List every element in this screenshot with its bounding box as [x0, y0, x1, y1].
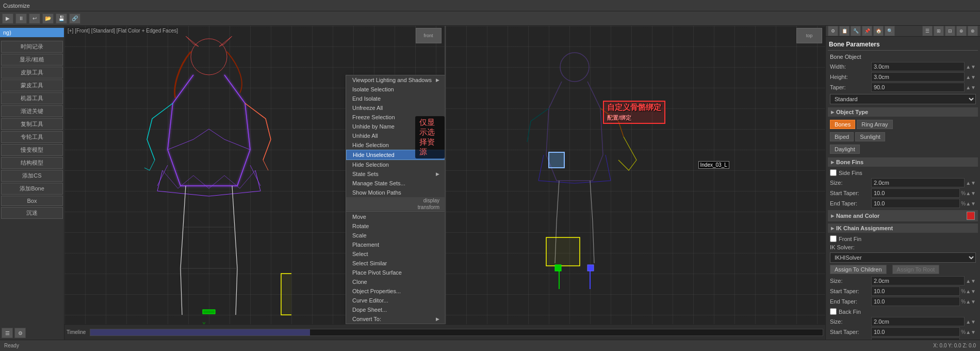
side-size-input[interactable] [871, 178, 965, 187]
width-input[interactable] [871, 62, 965, 71]
rp-btn-1[interactable]: ⚙ [828, 26, 838, 36]
obj-type-bones[interactable]: Bones [830, 120, 855, 129]
toolbar-btn-5[interactable]: 💾 [56, 13, 67, 24]
cn-sidebar-btn-machine[interactable]: 机器工具 [1, 92, 63, 104]
sidebar-bottom-btn1[interactable]: ☰ [2, 328, 13, 338]
bone-params: Bone Parameters Bone Object Width: ▲▼ He… [826, 37, 980, 340]
height-unit: ▲▼ [966, 74, 976, 80]
main-toolbar: ▶ ⏸ ↩ 📂 💾 🔗 [0, 11, 980, 26]
ctx-manage-state[interactable]: Manage State Sets... [346, 179, 446, 188]
front-end-input[interactable] [871, 297, 960, 306]
viewport-left[interactable]: [+] [Front] [Standard] [Flat Color + Edg… [64, 26, 446, 324]
toolbar-btn-6[interactable]: 🔗 [69, 13, 80, 24]
ctx-dope-sheet[interactable]: Dope Sheet... [346, 305, 446, 314]
side-start-taper-input[interactable] [871, 188, 960, 198]
cn-sidebar-btn-key[interactable]: 渐进关键 [1, 105, 63, 117]
obj-type-biped[interactable]: Biped [830, 132, 854, 141]
ctx-viewport-lighting[interactable]: Viewport Lighting and Shadows ▶ [346, 75, 446, 85]
ctx-curve-editor[interactable]: Curve Editor... [346, 296, 446, 305]
toolbar-btn-2[interactable]: ⏸ [15, 13, 27, 24]
obj-type-daylight[interactable]: Daylight [830, 145, 860, 154]
viewport-right[interactable]: top [446, 26, 826, 324]
cn-sidebar-btn-copy[interactable]: 复制工具 [1, 118, 63, 130]
toolbar-btn-1[interactable]: ▶ [2, 13, 13, 24]
ctx-isolate[interactable]: Isolate Selection [346, 85, 446, 94]
rp-btn-icon2[interactable]: ⊞ [934, 26, 944, 36]
param-row-height: Height: ▲▼ [828, 72, 978, 82]
timeline-bar[interactable] [90, 329, 823, 336]
timeline: Timeline [64, 324, 825, 340]
ctx-placement[interactable]: Placement [346, 240, 446, 249]
topbar: Customize [0, 0, 980, 11]
rp-btn-5[interactable]: 🏠 [873, 26, 884, 36]
cn-sidebar-btn-skin[interactable]: 皮肤工具 [1, 67, 63, 78]
assign-children-btn[interactable]: Assign To Children [830, 265, 887, 274]
back-fin-row: Back Fin [828, 307, 978, 316]
ctx-motion-paths[interactable]: Show Motion Paths [346, 188, 446, 197]
ctx-obj-props[interactable]: Object Properties... [346, 286, 446, 296]
ctx-select[interactable]: Select [346, 249, 446, 259]
svg-marker-1 [186, 36, 199, 46]
cn-sidebar-btn-box[interactable]: Box [1, 196, 63, 206]
ctx-move[interactable]: Move [346, 212, 446, 221]
cn-sidebar-btn-bone[interactable]: 添加Bone [1, 183, 63, 195]
svg-rect-21 [281, 274, 291, 315]
cn-sidebar-btn-slowmodel[interactable]: 慢变模型 [1, 144, 63, 156]
ctx-place-pivot[interactable]: Place Pivot Surface [346, 268, 446, 277]
side-fins-checkbox[interactable] [830, 169, 837, 176]
front-end-label: End Taper: [830, 298, 871, 305]
ctx-end-isolate[interactable]: End Isolate [346, 94, 446, 103]
cn-sidebar-btn-struct[interactable]: 结构模型 [1, 157, 63, 169]
ctx-scale[interactable]: Scale [346, 231, 446, 240]
toolbar-btn-4[interactable]: 📂 [42, 13, 54, 24]
cn-sidebar-btn-wheel[interactable]: 专轮工具 [1, 131, 63, 143]
cn-sidebar-btn-cs[interactable]: 添加CS [1, 170, 63, 182]
section-name-color: Name and Color [828, 210, 978, 221]
front-start-input[interactable] [871, 286, 960, 296]
ctx-hide-sel2[interactable]: Hide Selection [346, 160, 446, 169]
ctx-convert-to[interactable]: Convert To: ▶ [346, 314, 446, 324]
rp-btn-6[interactable]: 🔍 [885, 26, 895, 36]
front-start-row: Start Taper: %▲▼ [828, 286, 978, 296]
svg-line-6 [224, 139, 250, 150]
ctx-clone[interactable]: Clone [346, 277, 446, 286]
svg-line-11 [193, 176, 209, 188]
rp-btn-icon1[interactable]: ☰ [922, 26, 933, 36]
front-fin-checkbox[interactable] [830, 235, 837, 242]
cn-sidebar-btn-bind[interactable]: 蒙皮工具 [1, 79, 63, 91]
ctx-unfreeze[interactable]: Unfreeze All [346, 103, 446, 113]
taper-input[interactable] [871, 83, 965, 92]
height-input[interactable] [871, 72, 965, 82]
obj-type-sunlight[interactable]: Sunlight [855, 132, 885, 141]
back-size-input[interactable] [871, 317, 965, 326]
sidebar-item-active[interactable]: ng) [0, 28, 64, 37]
back-start-input[interactable] [871, 327, 960, 337]
rp-btn-icon5[interactable]: ⊗ [968, 26, 978, 36]
rp-btn-2[interactable]: 📋 [839, 26, 850, 36]
context-menu: Viewport Lighting and Shadows ▶ Isolate … [346, 75, 446, 324]
rp-btn-icon3[interactable]: ⊟ [945, 26, 955, 36]
side-end-taper-input[interactable] [871, 199, 960, 208]
assign-root-btn[interactable]: Assign To Root [892, 265, 940, 274]
ik-solver-dropdown[interactable]: IKHISolver [830, 252, 976, 263]
cn-sidebar-btn-time[interactable]: 时间记录 [1, 41, 63, 53]
side-end-taper-row: End Taper: %▲▼ [828, 199, 978, 208]
ctx-rotate[interactable]: Rotate [346, 221, 446, 231]
cn-sidebar-btn-sink[interactable]: 沉迷 [1, 207, 63, 219]
rp-btn-icon4[interactable]: ⊕ [956, 26, 967, 36]
rp-btn-3[interactable]: 🔧 [851, 26, 861, 36]
svg-line-8 [250, 165, 260, 186]
cn-sidebar-btn-display[interactable]: 显示/粗糙 [1, 54, 63, 66]
rp-btn-4[interactable]: 📌 [862, 26, 872, 36]
back-fin-checkbox[interactable] [830, 308, 837, 315]
toolbar-btn-3[interactable]: ↩ [29, 13, 40, 24]
ctx-state-sets[interactable]: State Sets ▶ [346, 169, 446, 179]
sidebar-bottom-btn2[interactable]: ⚙ [14, 328, 26, 338]
obj-type-ring-array[interactable]: Ring Array [857, 120, 892, 129]
front-size-input[interactable] [871, 276, 965, 285]
ctx-select-similar[interactable]: Select Similar [346, 259, 446, 268]
viewport-label-left: [+] [Front] [Standard] [Flat Color + Edg… [68, 28, 178, 34]
right-panel-toolbar: ⚙ 📋 🔧 📌 🏠 🔍 ☰ ⊞ ⊟ ⊕ ⊗ [826, 26, 980, 37]
standard-dropdown[interactable]: Standard [830, 94, 976, 104]
color-swatch[interactable] [967, 212, 975, 220]
